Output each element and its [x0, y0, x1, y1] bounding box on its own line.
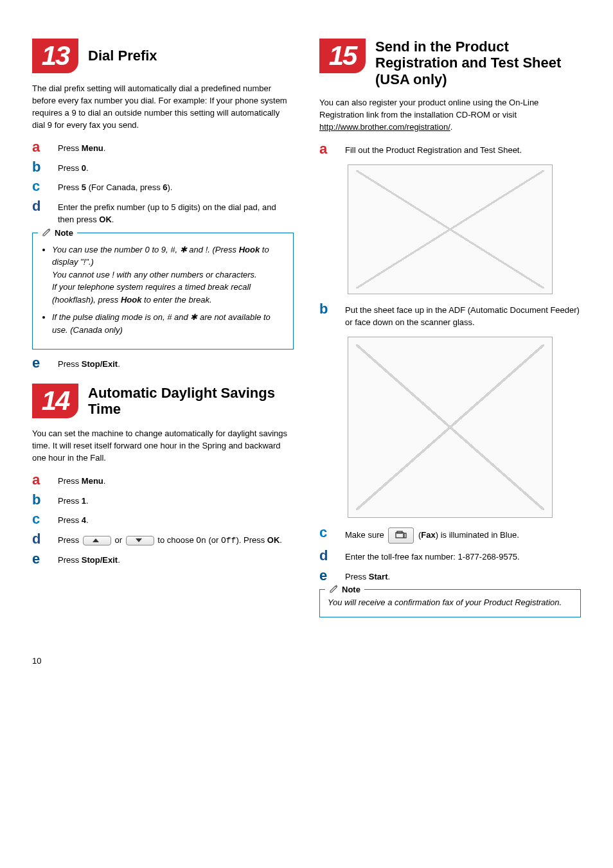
sec14-step-a: Press Menu. [58, 473, 294, 488]
registration-link: http://www.brother.com/registration/ [319, 122, 450, 132]
section-15-title: Send in the Product Registration and Tes… [375, 39, 581, 87]
sec13-step-e: Press Stop/Exit. [58, 356, 294, 371]
sec13-step-a: Press Menu. [58, 140, 294, 155]
step-letter-a: a [32, 140, 58, 154]
section-13-title: Dial Prefix [88, 48, 157, 64]
section-14-intro: You can set the machine to change automa… [32, 428, 294, 465]
up-arrow-button [83, 536, 111, 545]
sec14-letter-a: a [32, 473, 58, 487]
fax-icon [388, 527, 414, 544]
sec13-step-b: Press 0. [58, 160, 294, 175]
sec15-letter-a: a [319, 142, 345, 156]
sec15-step-a: Fill out the Product Registration and Te… [345, 142, 581, 157]
sec13-note: Note You can use the number 0 to 9, #, ✱… [32, 233, 294, 350]
sec15-step-d: Enter the toll-free fax number: 1-877-26… [345, 549, 581, 563]
sec15-note-body: You will receive a confirmation fax of y… [328, 596, 573, 609]
sec13-step-d: Enter the prefix number (up to 5 digits)… [58, 199, 294, 226]
sec14-step-b: Press 1. [58, 493, 294, 508]
note-icon [329, 583, 339, 596]
section-13-intro: The dial prefix setting will automatical… [32, 83, 294, 131]
section-14-header: 14 Automatic Daylight Savings Time [32, 384, 294, 418]
step-letter-c: c [32, 179, 58, 193]
sec15-letter-d: d [319, 549, 345, 563]
registration-sheet-image [348, 164, 553, 294]
sec15-note: Note You will receive a confirmation fax… [319, 589, 581, 617]
sec14-letter-e: e [32, 552, 58, 566]
step-badge-15: 15 [319, 39, 366, 73]
step-badge-13: 13 [32, 39, 78, 73]
sec15-letter-e: e [319, 569, 345, 583]
section-15-intro: You can also register your product onlin… [319, 97, 581, 134]
printer-adf-image [348, 337, 553, 518]
sec14-step-d: Press or to choose On (or Off). Press OK… [58, 532, 294, 547]
down-arrow-button [126, 536, 154, 545]
section-14-title: Automatic Daylight Savings Time [88, 385, 294, 418]
sec14-letter-d: d [32, 532, 58, 546]
step-letter-d: d [32, 199, 58, 213]
sec13-step-c: Press 5 (For Canada, press 6). [58, 179, 294, 194]
sec15-step-b: Put the sheet face up in the ADF (Automa… [345, 302, 581, 329]
step-letter-e: e [32, 356, 58, 370]
sec14-step-c: Press 4. [58, 512, 294, 527]
step-badge-14: 14 [32, 384, 78, 418]
sec15-letter-c: c [319, 526, 345, 540]
svg-rect-2 [404, 533, 406, 538]
sec14-step-e: Press Stop/Exit. [58, 552, 294, 567]
sec13-note-bullet-2: If the pulse dialing mode is on, # and ✱… [52, 311, 285, 336]
sec14-letter-b: b [32, 493, 58, 507]
step-letter-b: b [32, 160, 58, 174]
note-icon [42, 227, 52, 239]
sec15-step-c: Make sure (Fax) is illuminated in Blue. [345, 526, 581, 544]
sec15-step-e: Press Start. [345, 569, 581, 583]
section-15-header: 15 Send in the Product Registration and … [319, 39, 581, 87]
page-number: 10 [32, 656, 581, 666]
sec14-letter-c: c [32, 512, 58, 526]
sec13-note-bullet-1: You can use the number 0 to 9, #, ✱ and … [52, 244, 285, 306]
section-13-header: 13 Dial Prefix [32, 39, 294, 73]
sec15-letter-b: b [319, 302, 345, 316]
